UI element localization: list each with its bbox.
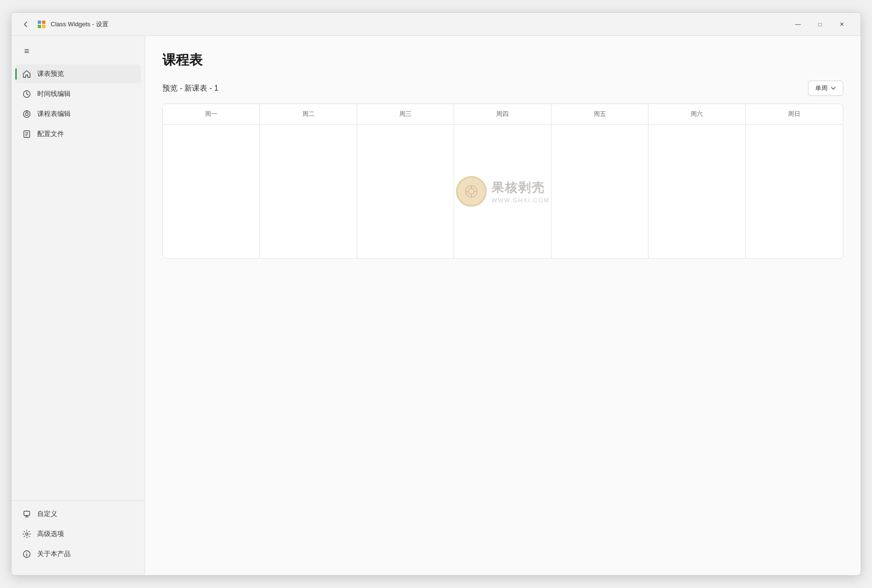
content-area: 课程表 预览 - 新课表 - 1 单周 周一 周二 周三 周四 周五	[145, 36, 861, 575]
svg-point-5	[26, 94, 27, 94]
book-icon	[22, 109, 32, 119]
app-icon	[36, 19, 47, 30]
day-header-sat: 周六	[649, 104, 745, 124]
sidebar-label-customize: 自定义	[37, 510, 57, 518]
svg-rect-3	[42, 25, 45, 28]
svg-point-7	[25, 113, 28, 116]
sidebar-item-schedule-preview[interactable]: 课表预览	[15, 64, 141, 84]
day-header-mon: 周一	[163, 104, 260, 124]
svg-point-19	[26, 552, 27, 553]
page-title: 课程表	[162, 51, 843, 69]
day-header-tue: 周二	[260, 104, 357, 124]
svg-rect-1	[42, 21, 45, 24]
svg-rect-2	[38, 25, 41, 28]
sidebar-bottom: 自定义 高级选项	[11, 500, 145, 571]
home-icon	[22, 69, 32, 79]
brush-icon	[22, 509, 32, 519]
day-header-fri: 周五	[552, 104, 649, 124]
maximize-button[interactable]: □	[809, 17, 831, 32]
clock-icon	[22, 89, 32, 99]
chevron-down-icon	[830, 85, 836, 91]
calendar-table: 周一 周二 周三 周四 周五 周六 周日	[162, 104, 843, 259]
day-header-thu: 周四	[454, 104, 551, 124]
titlebar: Class Widgets - 设置 — □ ✕	[11, 13, 861, 36]
calendar-header: 周一 周二 周三 周四 周五 周六 周日	[163, 104, 843, 125]
window-title: Class Widgets - 设置	[51, 20, 787, 29]
main-layout: ≡ 课表预览	[11, 36, 861, 575]
file-icon	[22, 129, 32, 139]
window-controls: — □ ✕	[787, 17, 853, 32]
day-header-wed: 周三	[357, 104, 454, 124]
calendar-cell-mon	[163, 125, 260, 258]
close-button[interactable]: ✕	[831, 17, 853, 32]
sidebar-nav: 课表预览 时间线编辑	[11, 64, 145, 496]
day-header-sun: 周日	[746, 104, 843, 124]
calendar-cell-thu	[454, 125, 551, 258]
sidebar-item-timeline-editor[interactable]: 时间线编辑	[15, 84, 141, 104]
section-header: 预览 - 新课表 - 1 单周	[162, 81, 843, 96]
sidebar-item-advanced[interactable]: 高级选项	[15, 525, 141, 544]
sidebar-label-advanced: 高级选项	[37, 530, 64, 538]
svg-rect-13	[24, 511, 30, 515]
back-button[interactable]	[19, 18, 32, 31]
week-dropdown-button[interactable]: 单周	[808, 81, 843, 96]
calendar-cell-tue	[260, 125, 357, 258]
minimize-button[interactable]: —	[787, 17, 809, 32]
calendar-cell-fri	[552, 125, 649, 258]
calendar-cell-sat	[649, 125, 745, 258]
info-icon	[22, 549, 32, 559]
sidebar-label-config-files: 配置文件	[37, 130, 64, 138]
calendar-body-container: 果核剥壳 WWW.GHXI.COM	[163, 125, 843, 258]
preview-label: 预览 - 新课表 - 1	[162, 84, 218, 94]
gear-icon	[22, 529, 32, 539]
menu-hamburger-icon[interactable]: ≡	[17, 42, 36, 61]
sidebar-label-about: 关于本产品	[37, 550, 71, 558]
main-window: Class Widgets - 设置 — □ ✕ ≡ 课表预览	[11, 12, 861, 576]
calendar-cell-wed	[357, 125, 454, 258]
svg-point-16	[26, 533, 28, 536]
sidebar-label-schedule-editor: 课程表编辑	[37, 110, 71, 118]
dropdown-label: 单周	[815, 84, 828, 93]
svg-rect-0	[38, 21, 41, 24]
sidebar-item-config-files[interactable]: 配置文件	[15, 125, 141, 144]
sidebar-item-about[interactable]: 关于本产品	[15, 545, 141, 564]
sidebar: ≡ 课表预览	[11, 36, 145, 575]
calendar-body	[163, 125, 843, 258]
sidebar-label-schedule-preview: 课表预览	[37, 70, 64, 78]
sidebar-item-customize[interactable]: 自定义	[15, 504, 141, 524]
calendar-cell-sun	[746, 125, 843, 258]
sidebar-label-timeline-editor: 时间线编辑	[37, 90, 71, 98]
sidebar-item-schedule-editor[interactable]: 课程表编辑	[15, 105, 141, 124]
